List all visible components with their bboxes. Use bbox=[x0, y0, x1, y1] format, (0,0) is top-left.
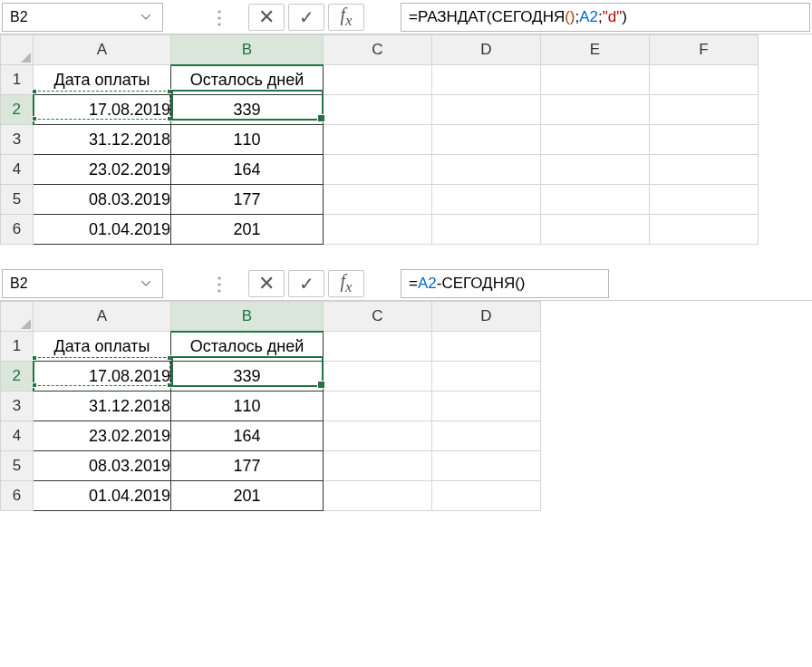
cell-E2[interactable] bbox=[541, 95, 650, 125]
row-header-5[interactable]: 5 bbox=[1, 185, 34, 215]
cell-B6[interactable]: 201 bbox=[171, 215, 324, 245]
cell-B2[interactable]: 339 bbox=[171, 95, 324, 125]
cell-A1[interactable]: Дата оплаты bbox=[34, 65, 171, 95]
name-box[interactable]: B2 bbox=[2, 3, 163, 32]
cell-A2[interactable]: 17.08.2019 bbox=[34, 362, 171, 392]
cell-C3[interactable] bbox=[324, 125, 432, 155]
cell-A4[interactable]: 23.02.2019 bbox=[34, 421, 171, 451]
row-header-2[interactable]: 2 bbox=[1, 95, 34, 125]
cell-B5[interactable]: 177 bbox=[171, 185, 324, 215]
row-header-4[interactable]: 4 bbox=[1, 155, 34, 185]
cells[interactable]: A B C D 1 Дата оплаты Осталось дней 2 17… bbox=[0, 301, 541, 511]
enter-button[interactable]: ✓ bbox=[288, 4, 324, 31]
row-header-3[interactable]: 3 bbox=[1, 392, 34, 421]
cancel-button[interactable]: ✕ bbox=[248, 4, 285, 31]
cell-B1[interactable]: Осталось дней bbox=[171, 332, 324, 362]
col-header-A[interactable]: A bbox=[34, 35, 171, 65]
cell-D2[interactable] bbox=[432, 95, 541, 125]
cell-D4[interactable] bbox=[432, 155, 541, 185]
formula-input[interactable]: =A2-СЕГОДНЯ() bbox=[401, 269, 609, 298]
col-header-C[interactable]: C bbox=[324, 302, 432, 332]
cell-E5[interactable] bbox=[541, 185, 650, 215]
cell-D4[interactable] bbox=[432, 421, 541, 451]
cell-C1[interactable] bbox=[324, 65, 432, 95]
cell-A3[interactable]: 31.12.2018 bbox=[34, 392, 171, 421]
cell-A6[interactable]: 01.04.2019 bbox=[34, 481, 171, 511]
cell-B3[interactable]: 110 bbox=[171, 125, 324, 155]
col-header-D[interactable]: D bbox=[432, 302, 541, 332]
cell-D6[interactable] bbox=[432, 215, 541, 245]
cell-C5[interactable] bbox=[324, 451, 432, 481]
cell-D5[interactable] bbox=[432, 185, 541, 215]
col-header-C[interactable]: C bbox=[324, 35, 432, 65]
chevron-down-icon[interactable] bbox=[137, 8, 155, 26]
row-header-6[interactable]: 6 bbox=[1, 481, 34, 511]
separator-icon: ⋮ bbox=[169, 273, 245, 295]
cell-C1[interactable] bbox=[324, 332, 432, 362]
row-header-2[interactable]: 2 bbox=[1, 362, 34, 392]
cell-B3[interactable]: 110 bbox=[171, 392, 324, 421]
cell-A3[interactable]: 31.12.2018 bbox=[34, 125, 171, 155]
insert-function-button[interactable]: fx bbox=[328, 270, 364, 297]
col-header-D[interactable]: D bbox=[432, 35, 541, 65]
cell-C4[interactable] bbox=[324, 421, 432, 451]
chevron-down-icon[interactable] bbox=[137, 275, 155, 293]
row-header-5[interactable]: 5 bbox=[1, 451, 34, 481]
row-header-3[interactable]: 3 bbox=[1, 125, 34, 155]
select-all-corner[interactable] bbox=[1, 302, 34, 332]
cell-C2[interactable] bbox=[324, 362, 432, 392]
cell-A5[interactable]: 08.03.2019 bbox=[34, 185, 171, 215]
cell-D5[interactable] bbox=[432, 451, 541, 481]
cell-A2[interactable]: 17.08.2019 bbox=[34, 95, 171, 125]
cancel-button[interactable]: ✕ bbox=[248, 270, 285, 297]
cell-B6[interactable]: 201 bbox=[171, 481, 324, 511]
cell-E3[interactable] bbox=[541, 125, 650, 155]
cell-C6[interactable] bbox=[324, 215, 432, 245]
cell-D6[interactable] bbox=[432, 481, 541, 511]
row-header-1[interactable]: 1 bbox=[1, 65, 34, 95]
row-header-4[interactable]: 4 bbox=[1, 421, 34, 451]
cell-B2[interactable]: 339 bbox=[171, 362, 324, 392]
col-header-E[interactable]: E bbox=[541, 35, 650, 65]
cell-A4[interactable]: 23.02.2019 bbox=[34, 155, 171, 185]
col-header-B[interactable]: B bbox=[171, 302, 324, 332]
cell-F4[interactable] bbox=[650, 155, 759, 185]
cell-A5[interactable]: 08.03.2019 bbox=[34, 451, 171, 481]
cell-F1[interactable] bbox=[650, 65, 759, 95]
cell-F6[interactable] bbox=[650, 215, 759, 245]
cell-F5[interactable] bbox=[650, 185, 759, 215]
cell-E1[interactable] bbox=[541, 65, 650, 95]
row-header-6[interactable]: 6 bbox=[1, 215, 34, 245]
cell-F2[interactable] bbox=[650, 95, 759, 125]
cell-C2[interactable] bbox=[324, 95, 432, 125]
cell-D1[interactable] bbox=[432, 332, 541, 362]
check-icon: ✓ bbox=[299, 6, 314, 28]
cell-D3[interactable] bbox=[432, 125, 541, 155]
cell-A6[interactable]: 01.04.2019 bbox=[34, 215, 171, 245]
col-header-B[interactable]: B bbox=[171, 35, 324, 65]
cell-C5[interactable] bbox=[324, 185, 432, 215]
cell-E4[interactable] bbox=[541, 155, 650, 185]
cell-C6[interactable] bbox=[324, 481, 432, 511]
cells[interactable]: A B C D E F 1 Дата оплаты Осталось дней … bbox=[0, 34, 759, 245]
cell-B4[interactable]: 164 bbox=[171, 421, 324, 451]
name-box[interactable]: B2 bbox=[2, 269, 163, 298]
cell-B4[interactable]: 164 bbox=[171, 155, 324, 185]
col-header-F[interactable]: F bbox=[650, 35, 759, 65]
insert-function-button[interactable]: fx bbox=[328, 4, 364, 31]
cell-A1[interactable]: Дата оплаты bbox=[34, 332, 171, 362]
cell-E6[interactable] bbox=[541, 215, 650, 245]
formula-input[interactable]: =РАЗНДАТ(СЕГОДНЯ();A2;"d") bbox=[401, 3, 810, 32]
enter-button[interactable]: ✓ bbox=[288, 270, 324, 297]
cell-C3[interactable] bbox=[324, 392, 432, 421]
row-header-1[interactable]: 1 bbox=[1, 332, 34, 362]
cell-C4[interactable] bbox=[324, 155, 432, 185]
cell-B5[interactable]: 177 bbox=[171, 451, 324, 481]
col-header-A[interactable]: A bbox=[34, 302, 171, 332]
cell-B1[interactable]: Осталось дней bbox=[171, 65, 324, 95]
cell-D3[interactable] bbox=[432, 392, 541, 421]
cell-D1[interactable] bbox=[432, 65, 541, 95]
select-all-corner[interactable] bbox=[1, 35, 34, 65]
cell-D2[interactable] bbox=[432, 362, 541, 392]
cell-F3[interactable] bbox=[650, 125, 759, 155]
